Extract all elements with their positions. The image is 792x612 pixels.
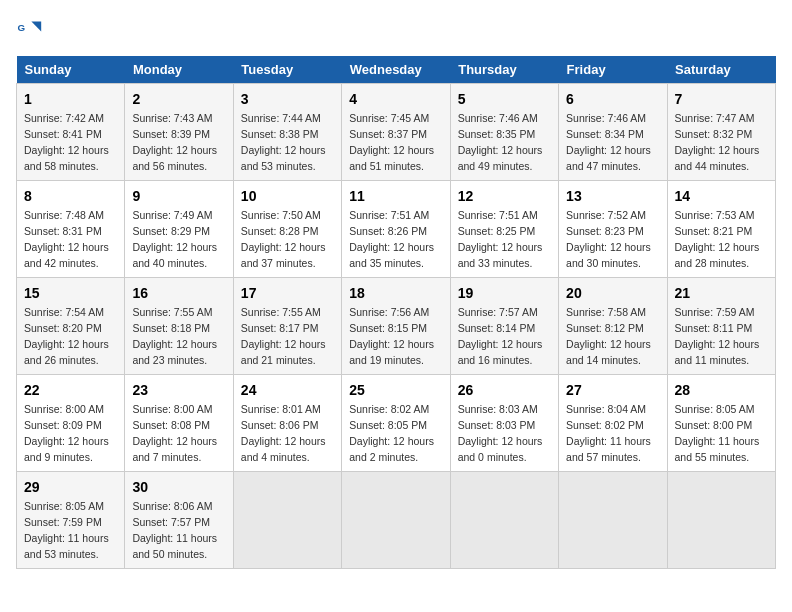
calendar-cell: 14 Sunrise: 7:53 AMSunset: 8:21 PMDaylig…	[667, 181, 775, 278]
day-number: 18	[349, 283, 442, 303]
day-info: Sunrise: 8:03 AMSunset: 8:03 PMDaylight:…	[458, 403, 543, 463]
day-number: 26	[458, 380, 551, 400]
calendar-cell: 4 Sunrise: 7:45 AMSunset: 8:37 PMDayligh…	[342, 84, 450, 181]
day-number: 30	[132, 477, 225, 497]
calendar-cell: 29 Sunrise: 8:05 AMSunset: 7:59 PMDaylig…	[17, 472, 125, 569]
day-info: Sunrise: 8:05 AMSunset: 8:00 PMDaylight:…	[675, 403, 760, 463]
day-info: Sunrise: 8:02 AMSunset: 8:05 PMDaylight:…	[349, 403, 434, 463]
calendar-cell: 9 Sunrise: 7:49 AMSunset: 8:29 PMDayligh…	[125, 181, 233, 278]
calendar-cell: 24 Sunrise: 8:01 AMSunset: 8:06 PMDaylig…	[233, 375, 341, 472]
day-info: Sunrise: 7:53 AMSunset: 8:21 PMDaylight:…	[675, 209, 760, 269]
calendar-week-1: 1 Sunrise: 7:42 AMSunset: 8:41 PMDayligh…	[17, 84, 776, 181]
calendar-cell: 26 Sunrise: 8:03 AMSunset: 8:03 PMDaylig…	[450, 375, 558, 472]
svg-text:G: G	[17, 22, 25, 33]
calendar-cell	[342, 472, 450, 569]
day-number: 1	[24, 89, 117, 109]
day-info: Sunrise: 7:50 AMSunset: 8:28 PMDaylight:…	[241, 209, 326, 269]
calendar-cell: 13 Sunrise: 7:52 AMSunset: 8:23 PMDaylig…	[559, 181, 667, 278]
day-info: Sunrise: 8:00 AMSunset: 8:08 PMDaylight:…	[132, 403, 217, 463]
day-info: Sunrise: 8:06 AMSunset: 7:57 PMDaylight:…	[132, 500, 217, 560]
day-info: Sunrise: 7:48 AMSunset: 8:31 PMDaylight:…	[24, 209, 109, 269]
day-info: Sunrise: 7:43 AMSunset: 8:39 PMDaylight:…	[132, 112, 217, 172]
calendar-table: SundayMondayTuesdayWednesdayThursdayFrid…	[16, 56, 776, 569]
calendar-cell: 8 Sunrise: 7:48 AMSunset: 8:31 PMDayligh…	[17, 181, 125, 278]
calendar-cell: 2 Sunrise: 7:43 AMSunset: 8:39 PMDayligh…	[125, 84, 233, 181]
calendar-cell: 15 Sunrise: 7:54 AMSunset: 8:20 PMDaylig…	[17, 278, 125, 375]
day-info: Sunrise: 8:05 AMSunset: 7:59 PMDaylight:…	[24, 500, 109, 560]
day-number: 21	[675, 283, 768, 303]
day-number: 15	[24, 283, 117, 303]
day-number: 22	[24, 380, 117, 400]
day-info: Sunrise: 7:56 AMSunset: 8:15 PMDaylight:…	[349, 306, 434, 366]
day-number: 2	[132, 89, 225, 109]
day-number: 20	[566, 283, 659, 303]
day-info: Sunrise: 7:46 AMSunset: 8:34 PMDaylight:…	[566, 112, 651, 172]
calendar-cell	[233, 472, 341, 569]
day-number: 3	[241, 89, 334, 109]
day-info: Sunrise: 7:51 AMSunset: 8:26 PMDaylight:…	[349, 209, 434, 269]
logo: G	[16, 16, 48, 44]
day-info: Sunrise: 7:49 AMSunset: 8:29 PMDaylight:…	[132, 209, 217, 269]
day-number: 13	[566, 186, 659, 206]
day-info: Sunrise: 7:46 AMSunset: 8:35 PMDaylight:…	[458, 112, 543, 172]
calendar-cell: 21 Sunrise: 7:59 AMSunset: 8:11 PMDaylig…	[667, 278, 775, 375]
day-number: 16	[132, 283, 225, 303]
day-info: Sunrise: 7:54 AMSunset: 8:20 PMDaylight:…	[24, 306, 109, 366]
day-number: 25	[349, 380, 442, 400]
weekday-header-thursday: Thursday	[450, 56, 558, 84]
day-number: 9	[132, 186, 225, 206]
weekday-header-monday: Monday	[125, 56, 233, 84]
weekday-header-friday: Friday	[559, 56, 667, 84]
logo-icon: G	[16, 16, 44, 44]
calendar-body: 1 Sunrise: 7:42 AMSunset: 8:41 PMDayligh…	[17, 84, 776, 569]
calendar-cell: 12 Sunrise: 7:51 AMSunset: 8:25 PMDaylig…	[450, 181, 558, 278]
day-number: 29	[24, 477, 117, 497]
calendar-cell: 22 Sunrise: 8:00 AMSunset: 8:09 PMDaylig…	[17, 375, 125, 472]
day-info: Sunrise: 8:00 AMSunset: 8:09 PMDaylight:…	[24, 403, 109, 463]
calendar-cell: 25 Sunrise: 8:02 AMSunset: 8:05 PMDaylig…	[342, 375, 450, 472]
calendar-week-5: 29 Sunrise: 8:05 AMSunset: 7:59 PMDaylig…	[17, 472, 776, 569]
day-info: Sunrise: 7:45 AMSunset: 8:37 PMDaylight:…	[349, 112, 434, 172]
calendar-cell	[667, 472, 775, 569]
day-number: 5	[458, 89, 551, 109]
calendar-cell: 23 Sunrise: 8:00 AMSunset: 8:08 PMDaylig…	[125, 375, 233, 472]
svg-marker-1	[31, 22, 41, 32]
day-number: 14	[675, 186, 768, 206]
day-info: Sunrise: 8:04 AMSunset: 8:02 PMDaylight:…	[566, 403, 651, 463]
calendar-week-4: 22 Sunrise: 8:00 AMSunset: 8:09 PMDaylig…	[17, 375, 776, 472]
day-number: 27	[566, 380, 659, 400]
day-info: Sunrise: 7:57 AMSunset: 8:14 PMDaylight:…	[458, 306, 543, 366]
calendar-cell: 28 Sunrise: 8:05 AMSunset: 8:00 PMDaylig…	[667, 375, 775, 472]
calendar-cell: 1 Sunrise: 7:42 AMSunset: 8:41 PMDayligh…	[17, 84, 125, 181]
day-number: 6	[566, 89, 659, 109]
day-info: Sunrise: 7:42 AMSunset: 8:41 PMDaylight:…	[24, 112, 109, 172]
day-number: 11	[349, 186, 442, 206]
calendar-cell	[450, 472, 558, 569]
calendar-cell: 16 Sunrise: 7:55 AMSunset: 8:18 PMDaylig…	[125, 278, 233, 375]
weekday-header-tuesday: Tuesday	[233, 56, 341, 84]
day-info: Sunrise: 7:55 AMSunset: 8:17 PMDaylight:…	[241, 306, 326, 366]
day-info: Sunrise: 7:52 AMSunset: 8:23 PMDaylight:…	[566, 209, 651, 269]
day-number: 7	[675, 89, 768, 109]
weekday-header-wednesday: Wednesday	[342, 56, 450, 84]
calendar-cell	[559, 472, 667, 569]
day-number: 4	[349, 89, 442, 109]
calendar-cell: 6 Sunrise: 7:46 AMSunset: 8:34 PMDayligh…	[559, 84, 667, 181]
calendar-cell: 18 Sunrise: 7:56 AMSunset: 8:15 PMDaylig…	[342, 278, 450, 375]
weekday-header-sunday: Sunday	[17, 56, 125, 84]
day-number: 23	[132, 380, 225, 400]
calendar-cell: 7 Sunrise: 7:47 AMSunset: 8:32 PMDayligh…	[667, 84, 775, 181]
day-info: Sunrise: 7:59 AMSunset: 8:11 PMDaylight:…	[675, 306, 760, 366]
calendar-cell: 17 Sunrise: 7:55 AMSunset: 8:17 PMDaylig…	[233, 278, 341, 375]
day-info: Sunrise: 8:01 AMSunset: 8:06 PMDaylight:…	[241, 403, 326, 463]
day-number: 12	[458, 186, 551, 206]
calendar-cell: 27 Sunrise: 8:04 AMSunset: 8:02 PMDaylig…	[559, 375, 667, 472]
weekday-header-saturday: Saturday	[667, 56, 775, 84]
calendar-cell: 10 Sunrise: 7:50 AMSunset: 8:28 PMDaylig…	[233, 181, 341, 278]
calendar-cell: 20 Sunrise: 7:58 AMSunset: 8:12 PMDaylig…	[559, 278, 667, 375]
day-number: 8	[24, 186, 117, 206]
calendar-week-2: 8 Sunrise: 7:48 AMSunset: 8:31 PMDayligh…	[17, 181, 776, 278]
day-number: 17	[241, 283, 334, 303]
day-info: Sunrise: 7:44 AMSunset: 8:38 PMDaylight:…	[241, 112, 326, 172]
day-info: Sunrise: 7:51 AMSunset: 8:25 PMDaylight:…	[458, 209, 543, 269]
